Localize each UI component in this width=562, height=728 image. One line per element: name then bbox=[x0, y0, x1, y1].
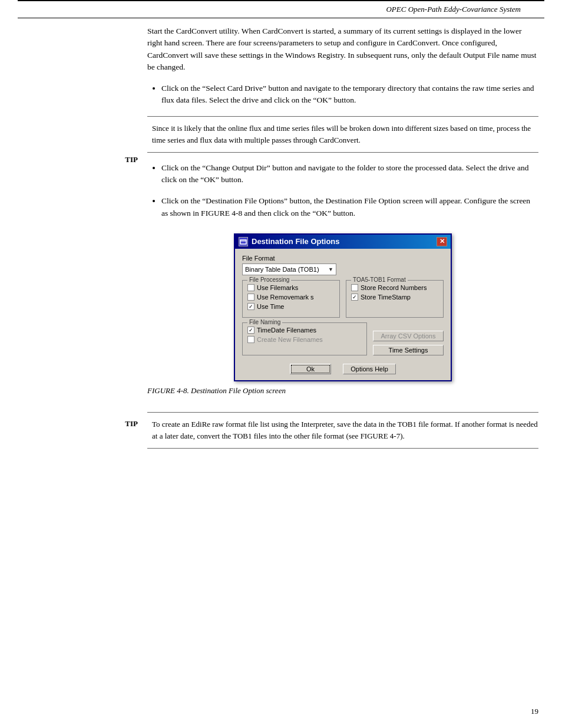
figure-container: Destination File Options ✕ File Format B… bbox=[147, 233, 538, 396]
page-number: 19 bbox=[531, 707, 538, 716]
file-processing-title: File Processing bbox=[247, 276, 291, 283]
svg-rect-0 bbox=[240, 240, 246, 244]
file-processing-group: File Processing Use Filemarks Use Remove… bbox=[242, 280, 340, 318]
store-timestamp-checkbox[interactable] bbox=[351, 294, 358, 301]
tip2-text: To create an EdiRe raw format file list … bbox=[147, 419, 538, 442]
file-format-label: File Format bbox=[242, 255, 444, 262]
right-button-group: Array CSV Options Time Settings bbox=[373, 322, 444, 355]
checkbox-use-filemarks[interactable]: Use Filemarks bbox=[247, 284, 335, 291]
naming-and-btns-row: File Naming TimeDate Filenames Create Ne… bbox=[242, 322, 444, 355]
use-filemarks-checkbox[interactable] bbox=[247, 284, 254, 291]
bullet-item-2: Click on the “Change Output Dir” button … bbox=[161, 162, 538, 186]
file-naming-group: File Naming TimeDate Filenames Create Ne… bbox=[242, 322, 367, 355]
dialog-title-left: Destination File Options bbox=[239, 237, 340, 246]
bullet-list-1: Click on the “Select Card Drive” button … bbox=[161, 83, 538, 107]
tip1-block: Since it is likely that the online flux … bbox=[147, 116, 538, 153]
file-format-row: Binary Table Data (TOB1) ▼ bbox=[242, 263, 444, 275]
checkbox-timedate-filenames[interactable]: TimeDate Filenames bbox=[247, 327, 362, 334]
page-header: OPEC Open-Path Eddy-Covariance System bbox=[18, 1, 544, 18]
create-new-filenames-label: Create New Filenames bbox=[257, 336, 323, 343]
main-content: Start the CardConvert utility. When Card… bbox=[147, 25, 562, 405]
use-removemark-label: Use Removemark s bbox=[257, 294, 314, 301]
dialog-button-row: Ok Options Help bbox=[242, 361, 444, 374]
left-margin: TIP bbox=[0, 25, 147, 405]
page: OPEC Open-Path Eddy-Covariance System TI… bbox=[0, 0, 562, 728]
dialog-titlebar: Destination File Options ✕ bbox=[235, 235, 451, 249]
tip2-margin: TIP bbox=[0, 412, 147, 458]
options-help-button[interactable]: Options Help bbox=[343, 364, 396, 374]
timedate-filenames-checkbox[interactable] bbox=[247, 327, 254, 334]
checkbox-store-timestamp[interactable]: Store TimeStamp bbox=[351, 294, 438, 301]
bullet-list-3: Click on the “Destination File Options” … bbox=[161, 195, 538, 219]
tip2-block: To create an EdiRe raw format file list … bbox=[147, 412, 538, 449]
destination-file-options-dialog: Destination File Options ✕ File Format B… bbox=[234, 233, 452, 381]
checkbox-use-time[interactable]: Use Time bbox=[247, 303, 335, 310]
file-naming-title: File Naming bbox=[247, 319, 282, 325]
toa5-tob1-group: TOA5-TOB1 Format Store Record Numbers St… bbox=[346, 280, 444, 318]
use-filemarks-label: Use Filemarks bbox=[257, 284, 298, 291]
use-removemark-checkbox[interactable] bbox=[247, 294, 254, 301]
tip1-label: TIP bbox=[0, 155, 147, 164]
array-csv-options-button[interactable]: Array CSV Options bbox=[373, 331, 444, 341]
create-new-filenames-checkbox bbox=[247, 336, 254, 343]
use-time-label: Use Time bbox=[257, 303, 284, 310]
tip2-label: TIP bbox=[0, 419, 147, 429]
store-timestamp-label: Store TimeStamp bbox=[361, 294, 411, 301]
bullet-item-1: Click on the “Select Card Drive” button … bbox=[161, 83, 538, 107]
file-format-select[interactable]: Binary Table Data (TOB1) ▼ bbox=[242, 263, 336, 275]
select-arrow-icon: ▼ bbox=[328, 266, 333, 272]
intro-paragraph: Start the CardConvert utility. When Card… bbox=[147, 25, 538, 73]
two-col-groups: File Processing Use Filemarks Use Remove… bbox=[242, 280, 444, 318]
bullet-list-2: Click on the “Change Output Dir” button … bbox=[161, 162, 538, 186]
ok-button[interactable]: Ok bbox=[290, 364, 331, 374]
dialog-body: File Format Binary Table Data (TOB1) ▼ bbox=[235, 249, 451, 380]
store-record-numbers-label: Store Record Numbers bbox=[361, 284, 427, 291]
store-record-numbers-checkbox[interactable] bbox=[351, 284, 358, 291]
header-title: OPEC Open-Path Eddy-Covariance System bbox=[386, 5, 521, 14]
file-format-group: File Format Binary Table Data (TOB1) ▼ bbox=[242, 255, 444, 275]
checkbox-create-new-filenames: Create New Filenames bbox=[247, 336, 362, 343]
checkbox-use-removemark[interactable]: Use Removemark s bbox=[247, 294, 335, 301]
timedate-filenames-label: TimeDate Filenames bbox=[257, 327, 316, 334]
figure-caption: FIGURE 4-8. Destination File Option scre… bbox=[147, 386, 538, 396]
checkbox-store-record-numbers[interactable]: Store Record Numbers bbox=[351, 284, 438, 291]
tip2-content-col: To create an EdiRe raw format file list … bbox=[147, 412, 562, 458]
dialog-title-text: Destination File Options bbox=[252, 237, 340, 246]
dialog-icon bbox=[239, 237, 248, 246]
time-settings-button[interactable]: Time Settings bbox=[373, 345, 444, 355]
toa5-tob1-title: TOA5-TOB1 Format bbox=[351, 276, 408, 283]
bullet-item-3: Click on the “Destination File Options” … bbox=[161, 195, 538, 219]
dialog-close-button[interactable]: ✕ bbox=[437, 237, 447, 246]
use-time-checkbox[interactable] bbox=[247, 303, 254, 310]
file-format-value: Binary Table Data (TOB1) bbox=[245, 266, 319, 273]
tip1-text: Since it is likely that the online flux … bbox=[147, 123, 538, 146]
